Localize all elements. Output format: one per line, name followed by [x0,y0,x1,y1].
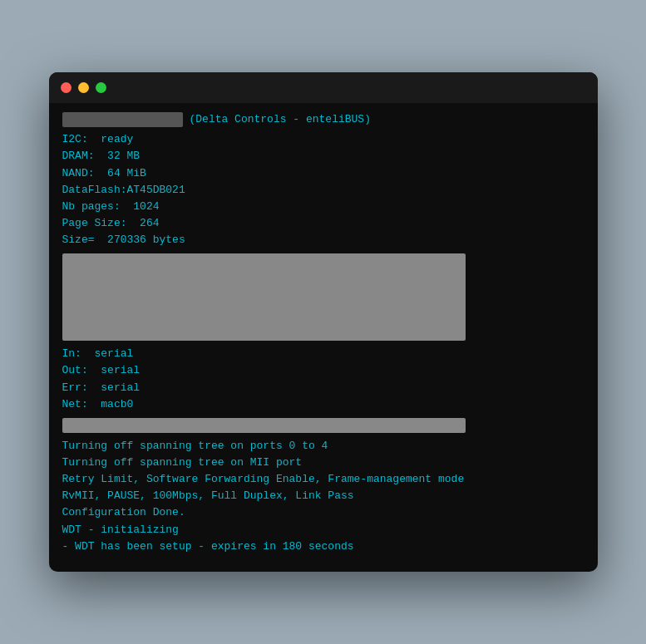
out-line: Out: serial [62,362,584,379]
wdt-setup-line: - WDT has been setup - expires in 180 se… [62,538,584,555]
retry-line: Retry Limit, Software Forwarding Enable,… [62,471,584,488]
image-block [62,253,466,341]
window-title: (Delta Controls - enteliBUS) [190,111,371,128]
title-bar-label-block [62,112,183,127]
net-line: Net: macb0 [62,396,584,413]
rvmii-line: RvMII, PAUSE, 100Mbps, Full Duplex, Link… [62,488,584,504]
dataflash-line: DataFlash:AT45DB021 [62,182,584,199]
pagesize-line: Page Size: 264 [62,215,584,232]
nand-line: NAND: 64 MiB [62,165,584,182]
progress-block [62,418,466,433]
close-button[interactable] [61,82,72,93]
spanning1-line: Turning off spanning tree on ports 0 to … [62,438,584,455]
terminal-content: (Delta Controls - enteliBUS) I2C: ready … [49,103,598,572]
wdt-line: WDT - initializing [62,522,584,538]
in-line: In: serial [62,346,584,362]
err-line: Err: serial [62,380,584,396]
size-line: Size= 270336 bytes [62,232,584,248]
minimize-button[interactable] [78,82,89,93]
title-bar [49,72,598,103]
spanning2-line: Turning off spanning tree on MII port [62,455,584,471]
title-line: (Delta Controls - enteliBUS) [62,111,584,128]
terminal-window: (Delta Controls - enteliBUS) I2C: ready … [49,72,598,572]
config-line: Configuration Done. [62,504,584,521]
dram-line: DRAM: 32 MB [62,148,584,165]
nbpages-line: Nb pages: 1024 [62,199,584,215]
maximize-button[interactable] [96,82,106,93]
i2c-line: I2C: ready [62,131,584,148]
